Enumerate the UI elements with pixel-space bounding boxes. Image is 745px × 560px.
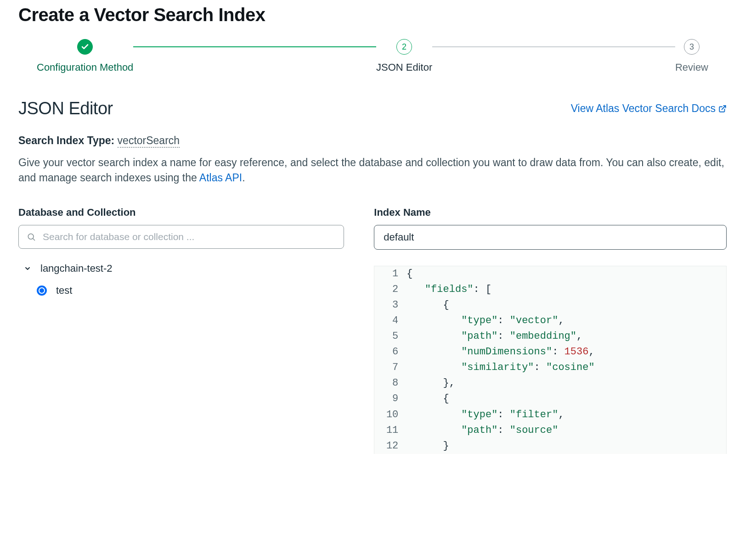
index-type-value: vectorSearch	[118, 134, 180, 148]
docs-link-text: View Atlas Vector Search Docs	[571, 102, 716, 115]
search-input[interactable]	[18, 225, 344, 249]
code-content: "type": "vector",	[406, 313, 564, 329]
index-type-label: Search Index Type	[18, 134, 111, 146]
code-line[interactable]: 12 }	[374, 438, 726, 454]
index-name-input[interactable]	[374, 225, 727, 250]
stepper: Configuration Method 2 JSON Editor 3 Rev…	[37, 39, 708, 73]
code-line[interactable]: 6 "numDimensions": 1536,	[374, 344, 726, 360]
code-line[interactable]: 3 {	[374, 297, 726, 313]
code-line[interactable]: 9 {	[374, 391, 726, 407]
line-number: 5	[374, 329, 406, 344]
tree-collection-label: test	[56, 285, 72, 297]
code-content: "path": "embedding",	[406, 329, 582, 344]
chevron-down-icon	[24, 265, 31, 272]
step3-circle: 3	[684, 39, 700, 55]
code-content: "path": "source"	[406, 423, 558, 438]
line-number: 9	[374, 391, 406, 407]
index-name-label: Index Name	[374, 207, 727, 218]
line-number: 8	[374, 375, 406, 391]
line-number: 12	[374, 438, 406, 454]
radio-selected-icon	[37, 286, 47, 296]
atlas-api-link[interactable]: Atlas API	[199, 172, 242, 184]
step-review[interactable]: 3 Review	[675, 39, 708, 73]
code-content: "numDimensions": 1536,	[406, 344, 594, 360]
tree-database-item[interactable]: langchain-test-2	[24, 263, 344, 274]
section-title: JSON Editor	[18, 99, 113, 118]
step-connector-1	[133, 46, 376, 47]
code-line[interactable]: 11 "path": "source"	[374, 423, 726, 438]
search-icon	[27, 232, 36, 241]
external-link-icon	[718, 105, 727, 113]
step3-label: Review	[675, 62, 708, 73]
index-type-row: Search Index Type: vectorSearch	[18, 134, 727, 147]
code-line[interactable]: 7 "similarity": "cosine"	[374, 360, 726, 375]
description-text: Give your vector search index a name for…	[18, 157, 724, 184]
code-line[interactable]: 2 "fields": [	[374, 282, 726, 297]
code-line[interactable]: 4 "type": "vector",	[374, 313, 726, 329]
svg-line-0	[722, 106, 726, 109]
code-content: {	[406, 391, 449, 407]
line-number: 6	[374, 344, 406, 360]
code-content: },	[406, 375, 455, 391]
db-tree: langchain-test-2 test	[24, 263, 344, 297]
step2-circle: 2	[396, 39, 412, 55]
description-suffix: .	[242, 172, 245, 184]
line-number: 2	[374, 282, 406, 297]
description: Give your vector search index a name for…	[18, 155, 727, 186]
code-content: }	[406, 438, 449, 454]
step1-circle	[77, 39, 93, 55]
line-number: 10	[374, 407, 406, 423]
code-content: "fields": [	[406, 282, 491, 297]
code-content: {	[406, 266, 412, 282]
step-configuration-method[interactable]: Configuration Method	[37, 39, 133, 73]
step-json-editor[interactable]: 2 JSON Editor	[376, 39, 432, 73]
line-number: 4	[374, 313, 406, 329]
tree-database-label: langchain-test-2	[40, 263, 113, 274]
check-icon	[81, 43, 89, 51]
svg-line-2	[33, 238, 35, 240]
code-line[interactable]: 8 },	[374, 375, 726, 391]
code-content: {	[406, 297, 449, 313]
view-docs-link[interactable]: View Atlas Vector Search Docs	[571, 102, 727, 115]
step2-label: JSON Editor	[376, 62, 432, 73]
code-line[interactable]: 5 "path": "embedding",	[374, 329, 726, 344]
line-number: 3	[374, 297, 406, 313]
code-content: "type": "filter",	[406, 407, 564, 423]
line-number: 11	[374, 423, 406, 438]
code-content: "similarity": "cosine"	[406, 360, 594, 375]
db-collection-label: Database and Collection	[18, 207, 344, 218]
json-code-editor[interactable]: 1{2 "fields": [3 {4 "type": "vector",5 "…	[374, 266, 727, 454]
page-title: Create a Vector Search Index	[18, 5, 727, 25]
line-number: 1	[374, 266, 406, 282]
tree-collection-item[interactable]: test	[37, 285, 344, 297]
code-line[interactable]: 1{	[374, 266, 726, 282]
step-connector-2	[432, 46, 675, 47]
line-number: 7	[374, 360, 406, 375]
code-line[interactable]: 10 "type": "filter",	[374, 407, 726, 423]
step1-label: Configuration Method	[37, 62, 133, 73]
